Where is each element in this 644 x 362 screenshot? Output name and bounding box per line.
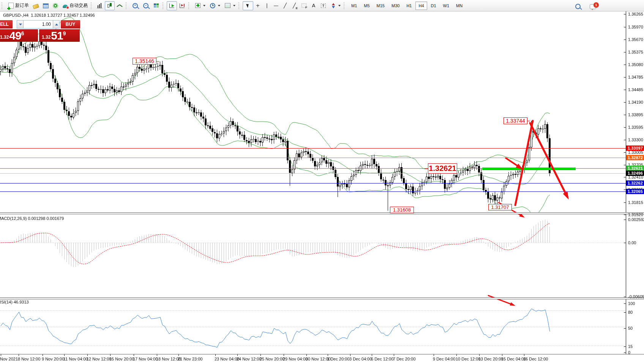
search-button[interactable] xyxy=(573,2,583,11)
timeframe-m5-button[interactable]: M5 xyxy=(361,2,373,10)
toolbar-group-grip xyxy=(188,2,191,9)
rsi-indicator-label: RSI(14) 46.9313 xyxy=(0,300,29,304)
signals-button[interactable] xyxy=(51,1,60,10)
time-tick-label: 1 Dec 20:00 xyxy=(327,357,349,361)
sell-price-box[interactable]: 1.32 49 6 xyxy=(0,29,38,42)
line-chart-icon xyxy=(117,3,123,9)
horizontal-line-icon: — xyxy=(273,3,279,9)
volume-increase-button[interactable] xyxy=(53,20,60,28)
templates-button[interactable] xyxy=(222,1,237,10)
time-tick-label: 15 Dec 04:00 xyxy=(501,357,526,361)
vertical-line-icon: | xyxy=(264,3,270,9)
price-level-tag: 1.32262 xyxy=(626,180,644,186)
chevron-down-icon xyxy=(338,5,341,6)
trendline-button[interactable]: ╱ xyxy=(281,1,290,10)
time-tick-label: 3 Dec 04:00 xyxy=(349,357,372,361)
macd-panel-separator[interactable] xyxy=(0,212,644,214)
chart-canvas[interactable] xyxy=(0,11,626,362)
metaeditor-icon xyxy=(43,3,49,8)
channel-button[interactable]: ╱ xyxy=(290,1,299,10)
price-annotation-label[interactable]: 1.33744 xyxy=(504,117,527,124)
zoom-in-button[interactable] xyxy=(130,1,140,10)
fibonacci-button[interactable] xyxy=(299,1,309,10)
horizontal-line-button[interactable]: — xyxy=(271,1,281,10)
indicators-button[interactable] xyxy=(193,1,207,10)
sell-price-prefix: 1.32 xyxy=(0,35,9,40)
price-annotation-label[interactable]: 1.31608 xyxy=(390,207,414,213)
price-tick-label: 1.33595 xyxy=(628,125,643,130)
timeframe-m1-button[interactable]: M1 xyxy=(348,2,360,10)
bars-chart-button[interactable] xyxy=(95,1,105,10)
time-tick-label: 11 Nov 04:00 xyxy=(63,357,88,361)
chart-ohlc-title: GBPUSD-,H4 1.32618 1.32727 1.32457 1.324… xyxy=(3,13,95,17)
timeframe-d1-button[interactable]: D1 xyxy=(428,2,439,10)
price-level-tag: 1.32065 xyxy=(626,189,644,194)
zoom-out-button[interactable] xyxy=(140,1,151,10)
periods-button[interactable] xyxy=(207,1,222,10)
time-tick-label: 23 Nov 04:00 xyxy=(215,357,239,361)
price-tick-label: 1.34190 xyxy=(628,100,643,104)
price-annotation-label[interactable]: 1.31707 xyxy=(488,204,512,210)
buy-price-box[interactable]: 1.32 51 9 xyxy=(39,29,80,42)
text-icon: A xyxy=(311,3,316,9)
crosshair-button[interactable]: + xyxy=(253,1,262,10)
candles-chart-button[interactable] xyxy=(105,1,115,10)
timeframe-h1-button[interactable]: H1 xyxy=(403,2,415,10)
buy-button[interactable]: BUY xyxy=(61,20,80,28)
arrows-button[interactable] xyxy=(328,1,343,10)
time-axis[interactable]: Nov 20218 Nov 12:009 Nov 20:0011 Nov 04:… xyxy=(0,356,626,362)
vertical-line-button[interactable]: | xyxy=(262,1,271,10)
text-label-button[interactable]: T xyxy=(318,1,328,10)
new-order-button[interactable]: 新订单 xyxy=(6,1,31,10)
search-icon xyxy=(575,4,581,9)
line-chart-button[interactable] xyxy=(115,1,125,10)
time-tick-label: 29 Nov 04:00 xyxy=(283,357,308,361)
sell-price-pip: 6 xyxy=(21,30,24,36)
time-tick-label: 8 Nov 12:00 xyxy=(18,357,40,361)
price-tick-label: 1.35080 xyxy=(628,62,643,67)
chevron-down-icon xyxy=(203,5,205,6)
time-tick-label: 21 Nov 23:00 xyxy=(178,357,202,361)
trendline-icon: ╱ xyxy=(283,3,288,9)
timeframe-m15-button[interactable]: M15 xyxy=(374,2,388,10)
buy-price-pip: 9 xyxy=(63,30,66,36)
timeframe-w1-button[interactable]: W1 xyxy=(440,2,453,10)
sell-button[interactable]: SELL xyxy=(0,20,13,28)
rsi-tick-label: 100 xyxy=(628,301,635,306)
price-tick-label: 1.36265 xyxy=(628,12,643,16)
toolbar-group-grip xyxy=(126,2,128,9)
notification-badge: 1 xyxy=(593,2,599,8)
price-tick-label: 1.31815 xyxy=(628,200,643,205)
price-tick-label: 1.34485 xyxy=(628,87,643,92)
buy-price-big: 51 xyxy=(51,30,63,41)
text-button[interactable]: A xyxy=(309,1,318,10)
eraser-button[interactable] xyxy=(31,1,41,10)
chat-button[interactable]: 1 xyxy=(588,2,598,11)
chart-shift-button[interactable] xyxy=(177,1,187,10)
autotrade-button[interactable]: 自动交易 xyxy=(60,1,90,10)
cursor-button[interactable] xyxy=(243,1,253,10)
indicators-icon xyxy=(195,3,200,8)
timeframe-h4-button[interactable]: H4 xyxy=(415,2,427,10)
chevron-down-icon xyxy=(233,5,235,6)
price-annotation-label[interactable]: 1.32621 xyxy=(428,163,457,174)
rsi-tick-label: 15 xyxy=(628,344,633,349)
price-level-tag: 1.33097 xyxy=(626,145,644,151)
timeframe-m30-button[interactable]: M30 xyxy=(388,2,402,10)
price-annotation-label[interactable]: 1.35146 xyxy=(133,58,156,65)
channel-icon: ╱ xyxy=(292,3,297,9)
auto-scroll-icon xyxy=(169,3,174,8)
toolbar-right: 1 xyxy=(573,2,598,11)
tile-windows-button[interactable] xyxy=(151,1,161,10)
time-tick-label: 9 Dec 04:00 xyxy=(433,357,455,361)
auto-scroll-button[interactable] xyxy=(167,1,177,10)
toolbar-group-grip xyxy=(238,2,241,9)
price-tick-label: 1.33895 xyxy=(628,112,643,117)
volume-input[interactable]: 1.00 xyxy=(24,20,53,28)
metaeditor-button[interactable] xyxy=(41,1,51,10)
volume-decrease-button[interactable] xyxy=(17,20,24,28)
toolbar: 新订单自动交易+|—╱╱ATM1M5M15M30H1H4D1W1MN1 xyxy=(0,0,644,11)
rsi-panel-separator[interactable] xyxy=(0,297,644,299)
time-tick-label: 7 Dec 20:00 xyxy=(393,357,415,361)
timeframe-mn-button[interactable]: MN xyxy=(453,2,466,10)
